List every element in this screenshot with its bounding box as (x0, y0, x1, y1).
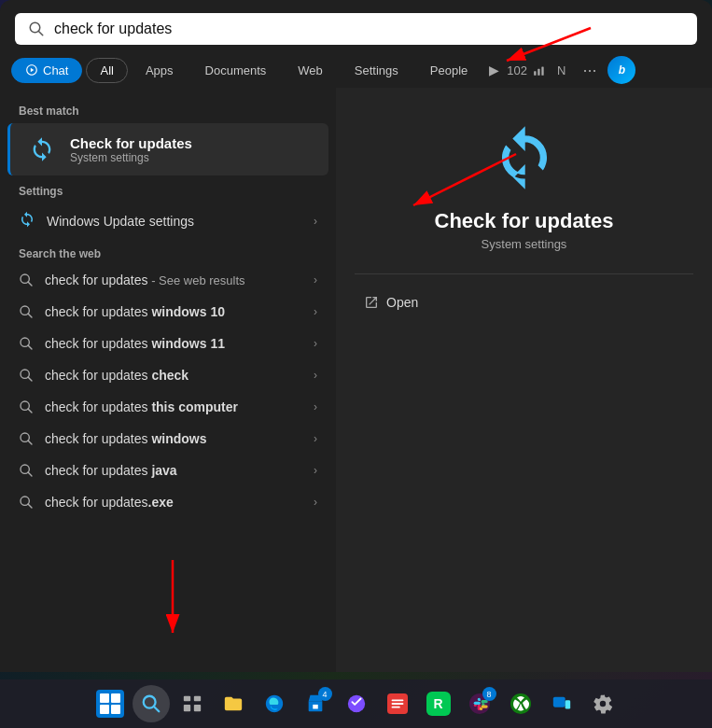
slack-badge: 8 (482, 687, 496, 701)
web-item-7-text: check for updates.exe (45, 495, 174, 510)
taskbar-edge[interactable] (256, 685, 293, 722)
tab-web[interactable]: Web (284, 58, 337, 83)
svg-rect-10 (537, 69, 539, 76)
taskbar-task-view[interactable] (174, 685, 211, 722)
svg-line-19 (28, 377, 32, 381)
taskbar-file-explorer[interactable] (215, 685, 252, 722)
tab-people[interactable]: People (416, 58, 482, 83)
left-panel: Best match Check for updates System sett… (0, 88, 336, 672)
store-badge: 4 (318, 687, 332, 701)
open-button[interactable]: Open (355, 289, 427, 315)
search-bar[interactable]: check for updates (15, 13, 697, 45)
web-search-item-6[interactable]: check for updates java › (0, 455, 336, 486)
svg-line-15 (28, 314, 32, 317)
search-input[interactable]: check for updates (54, 21, 684, 37)
windows-update-label: Windows Update settings (47, 214, 194, 229)
taskbar-xbox[interactable] (502, 685, 539, 722)
tab-all[interactable]: All (86, 58, 127, 83)
web-search-item-4[interactable]: check for updates this computer › (0, 391, 336, 423)
xbox-icon (510, 693, 532, 715)
search-icon-5 (19, 431, 34, 446)
search-icon-1 (19, 304, 34, 319)
right-panel-divider (355, 273, 693, 274)
svg-line-23 (28, 441, 32, 444)
web-item-3-text: check for updates check (45, 368, 188, 383)
update-icon (25, 133, 59, 166)
more-button[interactable]: ··· (577, 59, 602, 82)
windows-logo (96, 690, 124, 718)
search-icon-6 (19, 463, 34, 478)
chevron-icon-2: › (314, 337, 317, 350)
chevron-icon-3: › (314, 369, 317, 382)
right-panel-subtitle: System settings (482, 237, 567, 251)
svg-rect-33 (193, 705, 200, 711)
robinhood-logo: R (426, 692, 451, 716)
task-view-icon (182, 693, 202, 714)
tab-settings[interactable]: Settings (341, 58, 412, 83)
web-search-item-7[interactable]: check for updates.exe › (0, 486, 336, 518)
web-section-label: Search the web (0, 240, 336, 264)
chat-icon (25, 63, 38, 77)
phone-link-icon (551, 693, 572, 714)
search-icon-0 (19, 273, 34, 287)
settings-section-label: Settings (0, 177, 336, 202)
web-item-0-text: check for updates - See web results (45, 273, 245, 287)
taskbar-todoist[interactable] (338, 685, 375, 722)
open-label: Open (386, 295, 418, 310)
tab-letter: N (550, 59, 573, 82)
best-match-label: Best match (0, 97, 336, 121)
windows-update-item[interactable]: Windows Update settings › (0, 202, 336, 240)
more-tabs-button[interactable]: ▶ (485, 61, 503, 79)
right-panel-title: Check for updates (435, 209, 614, 233)
best-match-item[interactable]: Check for updates System settings (7, 123, 328, 175)
svg-line-29 (154, 707, 159, 711)
tab-documents-label: Documents (205, 63, 267, 77)
signal-icon (533, 63, 546, 77)
taskbar-settings[interactable] (584, 685, 621, 722)
svg-line-25 (28, 472, 32, 476)
search-overlay: check for updates Chat All Apps Document… (0, 0, 712, 672)
web-item-6-text: check for updates java (45, 463, 177, 478)
chevron-icon-7: › (314, 496, 317, 509)
web-item-4-text: check for updates this computer (45, 399, 238, 414)
tab-all-label: All (100, 63, 113, 77)
web-search-item-2[interactable]: check for updates windows 11 › (0, 328, 336, 359)
bing-button[interactable]: b (607, 56, 635, 84)
taskbar-store[interactable]: 4 (297, 685, 334, 722)
sync-icon-large (487, 125, 562, 190)
taskbar-robinhood[interactable]: R (420, 685, 457, 722)
web-search-item-3[interactable]: check for updates check › (0, 359, 336, 391)
chevron-icon-5: › (314, 432, 317, 445)
search-icon-7 (19, 495, 34, 510)
tab-chat-label: Chat (43, 63, 68, 77)
todoist-icon (346, 693, 367, 714)
search-icon-4 (19, 399, 34, 414)
web-search-item-1[interactable]: check for updates windows 10 › (0, 296, 336, 328)
svg-line-17 (28, 345, 32, 349)
filter-tabs: Chat All Apps Documents Web Settings Peo… (0, 52, 712, 88)
web-item-2-text: check for updates windows 11 (45, 336, 225, 351)
tab-apps-label: Apps (146, 63, 174, 77)
tab-settings-label: Settings (355, 63, 398, 77)
taskbar-lists[interactable] (379, 685, 416, 722)
svg-line-7 (38, 31, 43, 35)
search-icon (28, 21, 45, 37)
svg-line-21 (28, 409, 32, 413)
tab-people-label: People (430, 63, 468, 77)
taskbar-windows-start[interactable] (91, 685, 129, 722)
taskbar-search[interactable] (133, 685, 170, 722)
web-search-item-0[interactable]: check for updates - See web results › (0, 264, 336, 296)
best-match-text: Check for updates System settings (70, 135, 192, 164)
taskbar-slack[interactable]: 8 (461, 685, 498, 722)
web-search-item-5[interactable]: check for updates windows › (0, 423, 336, 455)
tab-count: 102 (507, 63, 527, 77)
tab-apps[interactable]: Apps (132, 58, 188, 83)
tab-chat[interactable]: Chat (11, 58, 82, 83)
taskbar-phone-link[interactable] (543, 685, 580, 722)
folder-icon (222, 693, 244, 714)
svg-rect-11 (541, 67, 543, 76)
chevron-icon-1: › (314, 305, 317, 318)
svg-line-13 (28, 282, 32, 286)
edge-icon (264, 693, 285, 714)
tab-documents[interactable]: Documents (191, 58, 281, 83)
